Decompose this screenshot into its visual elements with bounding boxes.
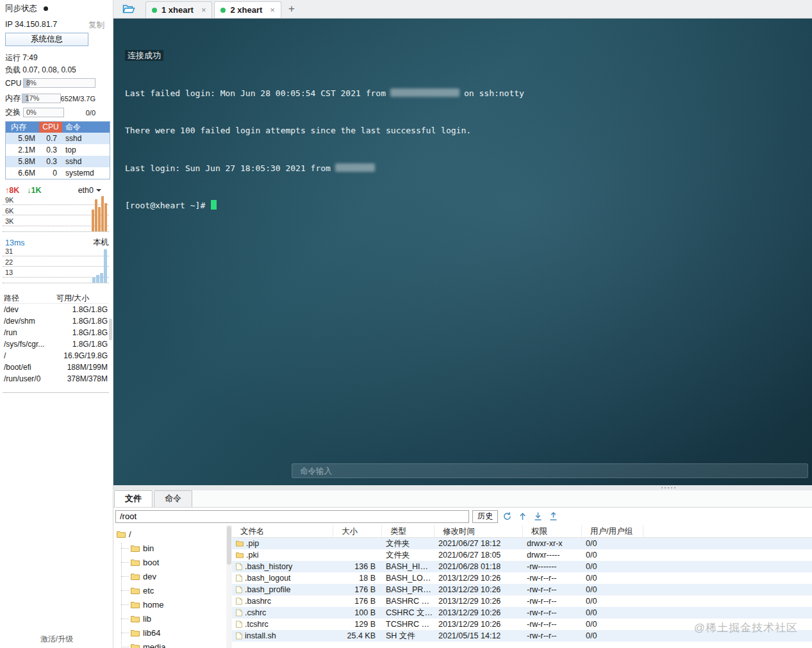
process-table-header-cell[interactable]: CPU xyxy=(39,122,62,133)
main-area: 1 xheart × 2 xheart × + 连接成功 Last failed… xyxy=(113,0,812,648)
tree-item[interactable]: lib xyxy=(113,611,226,626)
ping-bar xyxy=(104,249,107,283)
file-name: .bash_profile xyxy=(245,584,291,595)
refresh-button[interactable] xyxy=(501,510,513,522)
disk-path: /dev xyxy=(3,304,56,315)
open-connection-manager-button[interactable] xyxy=(119,1,139,17)
chart-baseline xyxy=(3,231,109,232)
tree-item[interactable]: dev xyxy=(113,569,226,583)
file-panel-tab[interactable]: 文件 xyxy=(114,490,153,507)
go-up-button[interactable] xyxy=(517,510,529,522)
folder-icon xyxy=(131,629,140,636)
process-table: 内存CPU命令 5.9M 0.7 sshd 2.1M 0.3 top 5.8M … xyxy=(5,121,110,179)
process-table-header-cell[interactable]: 命令 xyxy=(62,122,110,133)
file-size: 176 B xyxy=(333,595,382,607)
cpu-label: CPU xyxy=(5,79,23,88)
close-tab-icon[interactable]: × xyxy=(201,5,206,15)
file-row[interactable]: .bash_logout 18 B BASH_LO… 2013/12/29 10… xyxy=(232,572,812,584)
file-table-header-cell[interactable]: 类型 xyxy=(382,525,435,537)
file-name-cell: .tcshrc xyxy=(232,619,333,630)
folder-icon xyxy=(131,644,140,648)
file-row[interactable]: .pki 文件夹 2021/06/27 18:05 drwxr----- 0/0 xyxy=(232,549,812,561)
file-size: 18 B xyxy=(333,572,382,584)
file-table-header-cell[interactable]: 用户/用户组 xyxy=(582,525,643,537)
tree-item[interactable]: etc xyxy=(113,583,226,597)
terminal[interactable]: 连接成功 Last failed login: Mon Jun 28 00:05… xyxy=(113,19,812,485)
tree-scrollbar-thumb[interactable] xyxy=(227,526,231,565)
file-row[interactable]: .bash_history 136 B BASH_HI… 2021/06/28 … xyxy=(232,561,812,572)
file-type: BASH_PR… xyxy=(382,584,435,595)
network-bars xyxy=(92,196,107,231)
terminal-line: Last failed login: Mon Jun 28 00:05:54 C… xyxy=(125,87,812,100)
cpu-meter: 8% xyxy=(23,78,95,88)
tree-scrollbar[interactable] xyxy=(226,525,232,648)
process-cmd: sshd xyxy=(62,133,110,144)
process-row[interactable]: 2.1M 0.3 top xyxy=(6,144,110,156)
terminal-line: Last login: Sun Jun 27 18:05:30 2021 fro… xyxy=(125,162,812,175)
file-type: BASH_LO… xyxy=(382,572,435,584)
folder-open-icon xyxy=(122,4,135,14)
memory-meter-row: 内存 17% 652M/3.7G xyxy=(5,93,95,104)
tree-connector xyxy=(121,604,129,605)
session-tab-label: 2 xheart xyxy=(230,5,262,15)
file-size: 176 B xyxy=(333,584,382,595)
memory-percent: 17% xyxy=(25,94,39,103)
activate-upgrade-link[interactable]: 激活/升级 xyxy=(0,634,113,645)
ping-ytick: 31 xyxy=(5,247,13,258)
tree-item[interactable]: home xyxy=(113,597,226,611)
chart-baseline xyxy=(3,283,109,283)
copy-ip-button[interactable]: 复制 xyxy=(88,20,104,31)
panel-splitter[interactable] xyxy=(113,485,812,490)
session-tab[interactable]: 2 xheart × xyxy=(214,1,281,18)
disk-table-header: 路径可用/大小 xyxy=(3,292,109,304)
file-table-header-cell[interactable]: 权限 xyxy=(523,525,582,537)
file-owner: 0/0 xyxy=(582,549,643,561)
history-button[interactable]: 历史 xyxy=(472,510,498,523)
tree-item[interactable]: media xyxy=(113,640,226,648)
tree-item-label: media xyxy=(143,642,165,648)
command-input[interactable] xyxy=(292,463,808,478)
interface-selector[interactable]: eth0 xyxy=(78,186,101,195)
terminal-output: 连接成功 Last failed login: Mon Jun 28 00:05… xyxy=(113,19,812,237)
download-button[interactable] xyxy=(532,510,544,522)
file-size: 136 B xyxy=(333,561,382,572)
system-info-button[interactable]: 系统信息 xyxy=(5,33,88,46)
tree-item[interactable]: bin xyxy=(113,541,226,555)
path-input[interactable] xyxy=(115,510,469,523)
file-panel-tab[interactable]: 命令 xyxy=(154,490,192,507)
swap-meter: 0% xyxy=(23,108,64,117)
load-label: 负载 0.07, 0.08, 0.05 xyxy=(5,65,76,76)
tree-item[interactable]: / xyxy=(113,527,226,541)
process-mem: 5.9M xyxy=(6,133,39,144)
tree-connector xyxy=(121,548,129,549)
file-row[interactable]: .cshrc 100 B CSHRC 文… 2013/12/29 10:26 -… xyxy=(232,607,812,619)
ping-chart: 312213 xyxy=(3,247,109,283)
file-row[interactable]: .bashrc 176 B BASHRC … 2013/12/29 10:26 … xyxy=(232,595,812,607)
process-row[interactable]: 5.8M 0.3 sshd xyxy=(6,156,110,167)
folder-icon xyxy=(131,601,140,608)
file-table-header-cell[interactable]: 修改时间 xyxy=(435,525,523,537)
sidebar-scrollbar-thumb[interactable] xyxy=(109,319,112,340)
interface-name: eth0 xyxy=(78,186,94,195)
file-size xyxy=(333,549,382,561)
file-name: .bashrc xyxy=(245,595,271,607)
file-table-header-cell[interactable]: 大小 xyxy=(333,525,382,537)
file-row[interactable]: .bash_profile 176 B BASH_PR… 2013/12/29 … xyxy=(232,584,812,595)
process-table-header: 内存CPU命令 xyxy=(6,122,110,133)
swap-label: 交换 xyxy=(5,107,23,118)
process-row[interactable]: 6.6M 0 systemd xyxy=(6,167,110,179)
tree-item[interactable]: boot xyxy=(113,555,226,569)
file-table-header-cell[interactable]: 文件名 xyxy=(232,525,333,537)
process-row[interactable]: 5.9M 0.7 sshd xyxy=(6,133,110,144)
file-row[interactable]: .pip 文件夹 2021/06/27 18:12 drwxr-xr-x 0/0 xyxy=(232,538,812,549)
process-table-header-cell[interactable]: 内存 xyxy=(6,122,39,133)
session-tab[interactable]: 1 xheart × xyxy=(145,1,212,18)
sync-status-label: 同步状态 xyxy=(5,3,37,14)
new-tab-button[interactable]: + xyxy=(283,3,300,15)
upload-button[interactable] xyxy=(547,510,559,522)
tree-item[interactable]: lib64 xyxy=(113,626,226,640)
close-tab-icon[interactable]: × xyxy=(270,5,275,15)
redacted-ip xyxy=(335,163,375,172)
folder-icon xyxy=(131,587,140,594)
ping-target-selector[interactable]: 本机 xyxy=(93,237,109,248)
